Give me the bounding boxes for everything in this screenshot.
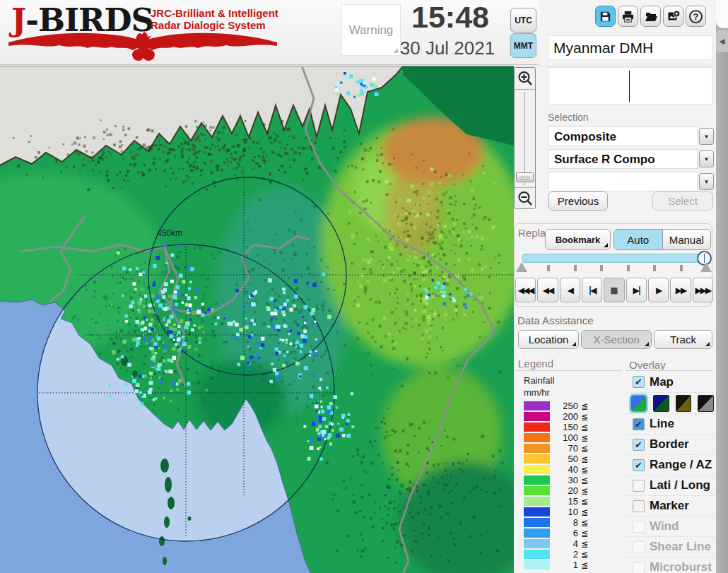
fast-rewind-button[interactable]: ◀◀ xyxy=(537,278,558,302)
product-info-box xyxy=(548,67,712,105)
rewind-to-start-button[interactable]: ◀◀◀ xyxy=(515,278,536,302)
legend-item-50: 50≦ xyxy=(524,454,601,464)
map-style-1[interactable] xyxy=(630,395,647,412)
less-equal-icon: ≦ xyxy=(581,433,588,443)
legend-swatch xyxy=(524,465,550,474)
radar-map[interactable]: 450km xyxy=(0,66,514,573)
open-folder-button[interactable] xyxy=(640,6,661,27)
checkbox-map[interactable]: ✔ xyxy=(633,376,645,388)
slider-tick xyxy=(547,265,550,271)
legend-item-2: 2≦ xyxy=(524,549,601,560)
mmt-button[interactable]: MMT xyxy=(510,33,536,58)
play-reverse-button[interactable]: ◀ xyxy=(560,278,580,302)
slider-tick xyxy=(680,265,683,271)
legend-value: 1 xyxy=(550,560,578,570)
zoom-out-button[interactable] xyxy=(515,187,535,209)
slider-tick xyxy=(600,265,603,271)
checkbox-border[interactable]: ✔ xyxy=(633,439,645,451)
legend-swatch xyxy=(524,560,550,569)
checkbox-range-az[interactable]: ✔ xyxy=(633,459,645,471)
overlay-label-wind: Wind xyxy=(650,519,679,533)
legend-item-8: 8≦ xyxy=(524,517,601,528)
map-style-2[interactable] xyxy=(653,395,669,412)
fast-forward-button[interactable]: ▶▶ xyxy=(670,278,691,302)
overlay-options: ✔Map✔Line✔Border✔Range / AZLati / LongMa… xyxy=(626,372,714,573)
image-plus-icon xyxy=(667,9,681,23)
eagle-logo-icon xyxy=(4,28,281,64)
radar-map-canvas: 450km xyxy=(0,66,514,573)
legend-swatch xyxy=(524,486,550,495)
legend-value: 10 xyxy=(550,507,578,517)
step-backward-button[interactable]: |◀ xyxy=(582,278,602,302)
overlay-section-label: Overlay xyxy=(629,359,666,371)
overlay-label-range-az: Range / AZ xyxy=(650,458,712,472)
map-style-picker xyxy=(626,392,714,413)
less-equal-icon: ≦ xyxy=(581,528,588,538)
zoom-in-button[interactable] xyxy=(515,68,535,90)
x-section-button[interactable]: X-Section xyxy=(581,330,652,349)
text-cursor xyxy=(629,71,630,102)
zoom-slider-handle[interactable] xyxy=(516,172,534,182)
overlay-item-range-az: ✔Range / AZ xyxy=(626,454,714,475)
help-button[interactable]: ? xyxy=(686,6,706,27)
legend-item-6: 6≦ xyxy=(524,528,601,538)
step-forward-button[interactable]: ▶| xyxy=(626,278,647,302)
less-equal-icon: ≦ xyxy=(581,444,588,454)
overlay-item-map: ✔Map xyxy=(626,372,714,392)
legend-item-100: 100≦ xyxy=(524,432,601,443)
play-button[interactable]: ▶ xyxy=(648,278,669,302)
station-name: Myanmar DMH xyxy=(553,40,653,57)
overlay-item-marker: Marker xyxy=(626,495,714,516)
legend-value: 100 xyxy=(550,432,578,443)
clock-date: 30 Jul 2021 xyxy=(384,37,510,59)
product-extra-dropdown[interactable] xyxy=(548,172,698,191)
product-extra-dropdown-arrow[interactable]: ▼ xyxy=(699,173,714,190)
legend-value: 2 xyxy=(550,549,578,560)
save-button[interactable] xyxy=(595,6,616,27)
track-label: Track xyxy=(670,333,696,345)
menu-grip-icon xyxy=(604,243,608,247)
time-slider-track[interactable] xyxy=(522,254,708,263)
panel-collapse-tab[interactable]: ◀ xyxy=(716,30,728,52)
question-mark-icon: ? xyxy=(689,10,703,23)
magnifier-minus-icon xyxy=(517,191,533,206)
previous-button[interactable]: Previous xyxy=(548,191,608,211)
magnifier-plus-icon xyxy=(517,71,533,86)
location-button[interactable]: Location xyxy=(518,330,579,349)
map-style-3[interactable] xyxy=(676,395,692,412)
track-button[interactable]: Track xyxy=(654,330,712,349)
zoom-slider[interactable] xyxy=(524,92,525,185)
legend-value: 8 xyxy=(550,517,578,528)
product-group-dropdown[interactable]: Composite xyxy=(548,126,698,146)
manual-mode-button[interactable]: Manual xyxy=(663,230,711,249)
overlay-item-microburst: Microburst xyxy=(626,557,714,573)
stop-button[interactable]: ■ xyxy=(604,278,624,302)
slider-tick xyxy=(653,265,656,271)
menu-grip-icon xyxy=(572,342,576,346)
less-equal-icon: ≦ xyxy=(581,475,588,485)
legend-value: 4 xyxy=(550,538,578,549)
product-dropdown[interactable]: Surface R Compo xyxy=(548,149,698,169)
forward-to-end-button[interactable]: ▶▶▶ xyxy=(693,278,713,302)
utc-button[interactable]: UTC xyxy=(510,8,536,33)
tagline-line1: JRC-Brilliant & Intelligent xyxy=(151,7,278,19)
print-button[interactable] xyxy=(618,6,638,27)
legend-value: 50 xyxy=(550,454,578,464)
bookmark-button[interactable]: Bookmark xyxy=(545,229,611,250)
map-style-4[interactable] xyxy=(698,395,714,412)
checkbox-lati-long[interactable] xyxy=(633,480,645,492)
checkbox-line[interactable]: ✔ xyxy=(633,418,645,430)
select-button[interactable]: Select xyxy=(652,191,713,211)
auto-mode-button[interactable]: Auto xyxy=(614,230,663,249)
add-image-button[interactable] xyxy=(663,6,683,27)
legend-item-200: 200≦ xyxy=(524,411,601,422)
printer-icon xyxy=(621,10,635,23)
product-dropdown-arrow[interactable]: ▼ xyxy=(699,150,714,167)
legend-swatch xyxy=(524,550,550,559)
playback-controls: ◀◀◀◀◀◀|◀■▶|▶▶▶▶▶▶ xyxy=(515,278,713,302)
checkbox-marker[interactable] xyxy=(633,500,645,512)
legend-value: 30 xyxy=(550,475,578,485)
legend-value: 15 xyxy=(550,496,578,507)
product-group-dropdown-arrow[interactable]: ▼ xyxy=(699,128,714,145)
less-equal-icon: ≦ xyxy=(581,550,588,560)
